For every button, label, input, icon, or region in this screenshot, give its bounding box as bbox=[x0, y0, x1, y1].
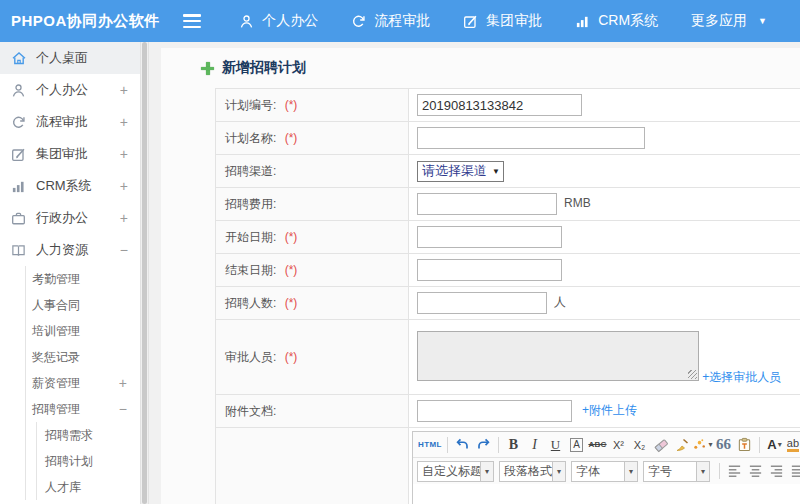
sidebar-item-label: 考勤管理 bbox=[32, 271, 127, 288]
expand-toggle[interactable]: + bbox=[120, 210, 128, 226]
edit-square-icon bbox=[11, 146, 28, 162]
nav-item-label: 更多应用 bbox=[691, 12, 747, 30]
highlight-color-button[interactable]: ab ▾ bbox=[785, 435, 800, 455]
italic-button[interactable]: I bbox=[524, 435, 545, 455]
form-row-plan-name: 计划名称: (*) bbox=[216, 122, 800, 155]
form-row-headcount: 招聘人数: (*) 人 bbox=[216, 287, 800, 320]
html-source-button[interactable]: HTML bbox=[417, 435, 443, 455]
plan-name-input[interactable] bbox=[417, 127, 645, 149]
sidebar-item-attendance[interactable]: 考勤管理 bbox=[26, 266, 140, 292]
sidebar-item-label: 个人桌面 bbox=[36, 49, 128, 67]
end-date-input[interactable] bbox=[417, 259, 562, 281]
required-mark: (*) bbox=[285, 230, 298, 244]
sidebar-item-label: 培训管理 bbox=[32, 323, 127, 340]
recruitment-submenu: 招聘需求 招聘计划 人才库 bbox=[36, 422, 140, 500]
start-date-input[interactable] bbox=[417, 226, 562, 248]
expand-toggle[interactable]: + bbox=[120, 114, 128, 130]
sidebar-item-crm[interactable]: CRM系统 + bbox=[0, 170, 140, 202]
caret-down-icon: ▾ bbox=[778, 440, 782, 449]
eraser-icon[interactable] bbox=[650, 435, 671, 455]
sidebar-item-admin-office[interactable]: 行政办公 + bbox=[0, 202, 140, 234]
clear-format-broom-icon[interactable] bbox=[671, 435, 692, 455]
sidebar-item-personal-desktop[interactable]: 个人桌面 bbox=[0, 42, 140, 74]
expand-toggle[interactable]: + bbox=[120, 82, 128, 98]
main-content: 新增招聘计划 计划编号: (*) 计划名称: bbox=[149, 42, 800, 504]
app-logo: PHPOA协同办公软件 bbox=[0, 12, 183, 31]
sidebar-item-salary[interactable]: 薪资管理 + bbox=[26, 370, 140, 396]
expand-toggle[interactable]: + bbox=[119, 375, 127, 391]
sidebar-item-workflow-approval[interactable]: 流程审批 + bbox=[0, 106, 140, 138]
nav-item-more-apps[interactable]: 更多应用 ▼ bbox=[691, 12, 767, 30]
sidebar-item-label: 招聘管理 bbox=[32, 401, 119, 418]
paragraph-format-dropdown[interactable]: 段落格式 ▾ bbox=[499, 461, 566, 482]
undo-button[interactable] bbox=[452, 435, 473, 455]
redo-button[interactable] bbox=[473, 435, 494, 455]
headcount-input[interactable] bbox=[417, 292, 547, 314]
font-color-button[interactable]: A ▾ bbox=[764, 435, 785, 455]
field-label: 结束日期: bbox=[225, 263, 276, 277]
align-center-icon[interactable] bbox=[745, 461, 766, 481]
nav-item-group-approval[interactable]: 集团审批 bbox=[463, 12, 542, 30]
sidebar-item-label: 人才库 bbox=[45, 479, 127, 496]
field-label: 审批人员: bbox=[225, 350, 276, 364]
sidebar-item-personal-office[interactable]: 个人办公 + bbox=[0, 74, 140, 106]
caret-down-icon: ▼ bbox=[492, 167, 500, 176]
strikethrough-button[interactable]: ABC bbox=[587, 435, 608, 455]
nav-item-crm[interactable]: CRM系统 bbox=[575, 12, 658, 30]
approver-textarea[interactable] bbox=[417, 331, 699, 381]
form-row-content-editor: HTML B I bbox=[216, 428, 800, 504]
align-justify-icon[interactable] bbox=[787, 461, 800, 481]
custom-title-dropdown[interactable]: 自定义标题 ▾ bbox=[417, 461, 494, 482]
underline-button[interactable]: U bbox=[545, 435, 566, 455]
bold-button[interactable]: B bbox=[503, 435, 524, 455]
expand-toggle[interactable]: + bbox=[120, 178, 128, 194]
sidebar-item-group-approval[interactable]: 集团审批 + bbox=[0, 138, 140, 170]
font-family-dropdown[interactable]: 字体 ▾ bbox=[571, 461, 638, 482]
caret-down-icon: ▾ bbox=[480, 462, 493, 481]
select-approver-link[interactable]: +选择审批人员 bbox=[702, 369, 781, 386]
sidebar-item-label: CRM系统 bbox=[36, 177, 120, 195]
sidebar-item-talent-pool[interactable]: 人才库 bbox=[37, 474, 140, 500]
subscript-button[interactable]: X₂ bbox=[629, 435, 650, 455]
attachment-input[interactable] bbox=[417, 400, 572, 422]
sidebar-item-recruit-plan[interactable]: 招聘计划 bbox=[37, 448, 140, 474]
sidebar-item-human-resources[interactable]: 人力资源 − bbox=[0, 234, 140, 266]
sidebar-item-recruitment[interactable]: 招聘管理 − bbox=[26, 396, 140, 422]
caret-down-icon: ▾ bbox=[624, 462, 637, 481]
channel-select[interactable]: 请选择渠道 ▼ bbox=[417, 161, 504, 182]
nav-item-label: 流程审批 bbox=[374, 12, 430, 30]
font-style-box-button[interactable]: A bbox=[566, 435, 587, 455]
fee-input[interactable] bbox=[417, 193, 557, 215]
align-right-icon[interactable] bbox=[766, 461, 787, 481]
collapse-toggle[interactable]: − bbox=[120, 242, 128, 258]
scrollbar-thumb[interactable] bbox=[142, 42, 147, 504]
font-size-dropdown[interactable]: 字号 ▾ bbox=[643, 461, 710, 482]
toolbar-separator bbox=[719, 463, 720, 479]
align-left-icon[interactable] bbox=[724, 461, 745, 481]
sidebar-menu: 个人桌面 个人办公 + 流程审批 + bbox=[0, 42, 140, 266]
top-navigation: 个人办公 流程审批 集团审批 CRM系统 更多应用 bbox=[239, 12, 800, 30]
sidebar-item-recruit-demand[interactable]: 招聘需求 bbox=[37, 422, 140, 448]
blockquote-button[interactable]: 66 bbox=[713, 435, 734, 455]
hamburger-menu-icon[interactable] bbox=[183, 14, 201, 28]
nav-item-workflow-approval[interactable]: 流程审批 bbox=[351, 12, 430, 30]
collapse-toggle[interactable]: − bbox=[119, 401, 127, 417]
nav-item-personal-office[interactable]: 个人办公 bbox=[239, 12, 318, 30]
sidebar-item-training[interactable]: 培训管理 bbox=[26, 318, 140, 344]
sidebar-scrollbar[interactable] bbox=[140, 42, 149, 504]
editor-toolbar-row-1: HTML B I bbox=[413, 432, 800, 458]
paste-text-icon[interactable] bbox=[734, 435, 755, 455]
field-label: 招聘费用: bbox=[225, 197, 276, 211]
superscript-button[interactable]: X² bbox=[608, 435, 629, 455]
sidebar-item-rewards[interactable]: 奖惩记录 bbox=[26, 344, 140, 370]
paint-format-button[interactable]: ▾ bbox=[692, 435, 713, 455]
field-label: 招聘渠道: bbox=[225, 164, 276, 178]
plan-number-input[interactable] bbox=[417, 94, 582, 116]
user-icon bbox=[11, 82, 28, 98]
sidebar-item-hr-contract[interactable]: 人事合同 bbox=[26, 292, 140, 318]
bar-chart-icon bbox=[11, 178, 28, 194]
attachment-upload-link[interactable]: +附件上传 bbox=[582, 403, 637, 417]
editor-content-area[interactable] bbox=[413, 484, 800, 504]
plus-icon bbox=[201, 62, 214, 75]
expand-toggle[interactable]: + bbox=[120, 146, 128, 162]
